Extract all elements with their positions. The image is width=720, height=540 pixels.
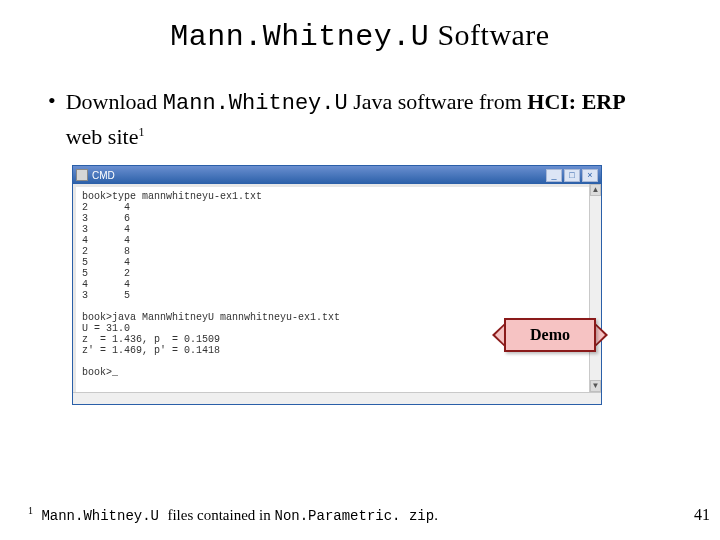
footnote-mid: files contained in — [167, 507, 274, 523]
maximize-button[interactable]: □ — [564, 169, 580, 182]
bullet-bold: HCI: ERP — [527, 89, 625, 114]
page-number: 41 — [694, 506, 710, 524]
bullet-item: • Download Mann.Whitney.U Java software … — [48, 88, 720, 151]
footnote: 1 Mann.Whitney.U files contained in Non.… — [28, 505, 438, 524]
bullet-dot: • — [48, 88, 56, 114]
window-buttons: _ □ × — [546, 169, 598, 182]
footnote-mono2: Non.Parametric. zip — [274, 508, 434, 524]
minimize-button[interactable]: _ — [546, 169, 562, 182]
window-titlebar: CMD _ □ × — [73, 166, 601, 184]
footnote-end: . — [434, 507, 438, 523]
terminal-area: book>type mannwhitneyu-ex1.txt 2 4 3 6 3… — [73, 184, 601, 404]
bullet-text: Download Mann.Whitney.U Java software fr… — [66, 88, 666, 151]
bullet-mid: Java software from — [348, 89, 528, 114]
bullet-sup: 1 — [138, 125, 144, 139]
window-title: CMD — [92, 170, 115, 181]
window-icon — [76, 169, 88, 181]
bullet-tail: web site — [66, 124, 139, 149]
terminal-screenshot: CMD _ □ × book>type mannwhitneyu-ex1.txt… — [72, 165, 602, 405]
demo-badge: Demo — [490, 310, 610, 360]
title-mono: Mann.Whitney.U — [170, 20, 429, 54]
slide-title: Mann.Whitney.U Software — [0, 18, 720, 54]
bullet-lead: Download — [66, 89, 163, 114]
horizontal-scrollbar[interactable] — [73, 392, 601, 404]
scroll-up-icon[interactable]: ▲ — [590, 184, 601, 196]
scroll-down-icon[interactable]: ▼ — [590, 380, 601, 392]
footnote-mono1: Mann.Whitney.U — [33, 508, 167, 524]
title-rest: Software — [429, 18, 549, 51]
demo-label: Demo — [504, 318, 596, 352]
bullet-mono: Mann.Whitney.U — [163, 91, 348, 116]
vertical-scrollbar[interactable]: ▲ ▼ — [589, 184, 601, 392]
terminal-text: book>type mannwhitneyu-ex1.txt 2 4 3 6 3… — [76, 187, 589, 392]
close-button[interactable]: × — [582, 169, 598, 182]
